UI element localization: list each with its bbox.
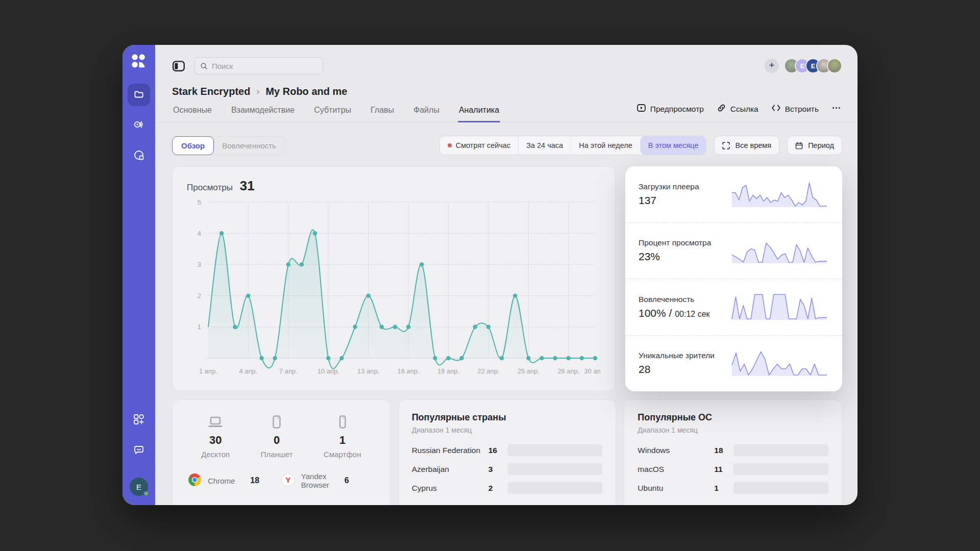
- tab-взаимодействие[interactable]: Взаимодействие: [230, 106, 296, 122]
- sidebar-item-analytics[interactable]: [128, 145, 150, 167]
- view-mode-inactive[interactable]: Вовлеченность: [213, 137, 285, 155]
- browser-name: YandexBrowser: [301, 472, 329, 490]
- tab-файлы[interactable]: Файлы: [412, 106, 440, 122]
- range-segment[interactable]: Смотрят сейчас: [440, 136, 519, 155]
- view-mode-active[interactable]: Обзор: [172, 136, 214, 155]
- online-status-dot: [143, 491, 149, 496]
- stat-card[interactable]: Загрузки плеера 137: [625, 166, 842, 223]
- stat-card[interactable]: Вовлеченность 100% / 00:12 сек: [625, 279, 842, 336]
- period-button[interactable]: Период: [787, 136, 842, 155]
- breadcrumb: Stark Encrypted › My Robo and me: [155, 74, 857, 97]
- device-count: 0: [274, 434, 280, 447]
- sidebar-item-library[interactable]: [128, 84, 150, 106]
- tabs: ОсновныеВзаимодействиеСубтитрыГлавыФайлы…: [172, 106, 518, 122]
- bar-track: [733, 463, 828, 475]
- browsers-row: Chrome 18Y YandexBrowser 6: [186, 472, 377, 490]
- chart-title: Просмотры: [187, 183, 233, 193]
- os-row: Ubuntu 1: [638, 482, 828, 494]
- svg-text:13 апр.: 13 апр.: [357, 367, 379, 375]
- range-segment[interactable]: На этой неделе: [571, 136, 640, 155]
- sidebar-collapse-icon[interactable]: [172, 59, 186, 72]
- sidebar-item-apps[interactable]: [128, 409, 150, 432]
- apps-icon: [133, 413, 145, 428]
- sidebar-user-avatar[interactable]: E: [130, 478, 148, 496]
- yandex-icon: Y: [281, 473, 295, 489]
- stat-card[interactable]: Процент просмотра 23%: [625, 223, 842, 280]
- chart-total-value: 31: [240, 178, 255, 194]
- stat-label: Вовлеченность: [639, 295, 710, 304]
- live-icon: [133, 118, 145, 133]
- tab-аналитика[interactable]: Аналитика: [458, 106, 500, 122]
- all-time-label: Все время: [735, 141, 771, 149]
- bar-label: Azerbaijan: [412, 465, 488, 474]
- expand-corners-icon: [722, 142, 730, 149]
- tab-субтитры[interactable]: Субтитры: [313, 106, 352, 122]
- member-avatar-photo[interactable]: [827, 58, 842, 73]
- bar-value: 18: [714, 446, 733, 455]
- embed-button[interactable]: Встроить: [772, 104, 819, 114]
- stat-label: Уникальные зрители: [639, 351, 715, 360]
- svg-text:25 апр.: 25 апр.: [518, 367, 540, 375]
- stats-summary-panel: Загрузки плеера 137 Процент просмотра 23…: [625, 166, 842, 391]
- tab-главы[interactable]: Главы: [370, 106, 395, 122]
- browser-stat-yandex: Y YandexBrowser 6: [281, 472, 375, 490]
- bar-track: [733, 444, 828, 456]
- breadcrumb-separator-icon: ›: [256, 86, 259, 97]
- svg-text:22 апр.: 22 апр.: [477, 367, 499, 375]
- svg-text:1: 1: [198, 323, 201, 331]
- sparkline-chart: [731, 180, 828, 209]
- sidebar-item-chat[interactable]: [128, 440, 150, 462]
- kinescope-logo[interactable]: [130, 53, 148, 70]
- action-label: Встроить: [785, 105, 819, 114]
- bar-value: 11: [714, 465, 733, 474]
- stat-card[interactable]: Уникальные зрители 28: [625, 336, 842, 392]
- range-segment[interactable]: В этом месяце: [640, 136, 706, 155]
- range-label: В этом месяце: [648, 141, 699, 149]
- stat-value: 28: [639, 363, 715, 375]
- link-icon: [717, 104, 726, 114]
- preview-button[interactable]: Предпросмотр: [637, 104, 704, 114]
- sidebar-user-initial: E: [136, 483, 141, 491]
- browser-stat-chrome: Chrome 18: [188, 473, 281, 489]
- stat-value: 100% / 00:12 сек: [639, 307, 710, 319]
- add-member-button[interactable]: +: [765, 59, 779, 73]
- search-input[interactable]: [212, 62, 317, 70]
- link-button[interactable]: Ссылка: [717, 104, 758, 114]
- svg-text:30 апр.: 30 апр.: [584, 367, 600, 375]
- breadcrumb-parent[interactable]: Stark Encrypted: [172, 86, 250, 97]
- stat-value-secondary: 00:12 сек: [675, 310, 709, 318]
- svg-text:10 апр.: 10 апр.: [317, 367, 339, 375]
- all-time-button[interactable]: Все время: [714, 136, 779, 155]
- country-row: Azerbaijan 3: [412, 463, 603, 475]
- calendar-icon: [795, 142, 803, 149]
- device-count: 30: [209, 434, 222, 447]
- video-actions: ПредпросмотрСсылкаВстроить: [637, 104, 841, 114]
- view-mode-switch: ОбзорВовлеченность: [172, 136, 285, 155]
- svg-text:4 апр.: 4 апр.: [239, 367, 257, 375]
- range-segment[interactable]: За 24 часа: [518, 136, 571, 155]
- os-card: Популярные ОС Диапазон 1 месяц Windows 1…: [624, 399, 842, 505]
- browser-count: 6: [345, 476, 349, 485]
- browser-name: Chrome: [208, 477, 235, 485]
- more-button[interactable]: [832, 104, 841, 114]
- os-row: Windows 18: [638, 444, 828, 456]
- stat-label: Процент просмотра: [639, 238, 711, 247]
- sidebar-item-live[interactable]: [128, 114, 150, 137]
- views-area-chart: 123451 апр.4 апр.7 апр.10 апр.13 апр.16 …: [187, 194, 600, 384]
- sparkline-chart: [731, 236, 828, 265]
- period-label: Период: [808, 141, 834, 149]
- bar-value: 3: [488, 465, 508, 474]
- devices-card: 30 Десктоп 0 Планшет 1 Смартфон Chrome 1…: [172, 399, 390, 505]
- tab-основные[interactable]: Основные: [172, 106, 213, 122]
- stat-info: Процент просмотра 23%: [639, 238, 711, 263]
- os-rows: Windows 18 macOS 11 Ubuntu 1: [638, 444, 828, 494]
- device-label: Планшет: [261, 450, 293, 459]
- topbar: + EE: [155, 45, 857, 74]
- bar-label: macOS: [638, 465, 714, 474]
- svg-text:4: 4: [198, 230, 201, 237]
- main-content: + EE Stark Encrypted › My Robo and me Ос…: [155, 45, 857, 505]
- range-label: На этой неделе: [579, 141, 632, 149]
- bar-label: Russian Federation: [412, 446, 488, 455]
- stat-label: Загрузки плеера: [639, 182, 699, 191]
- svg-text:19 апр.: 19 апр.: [437, 367, 459, 375]
